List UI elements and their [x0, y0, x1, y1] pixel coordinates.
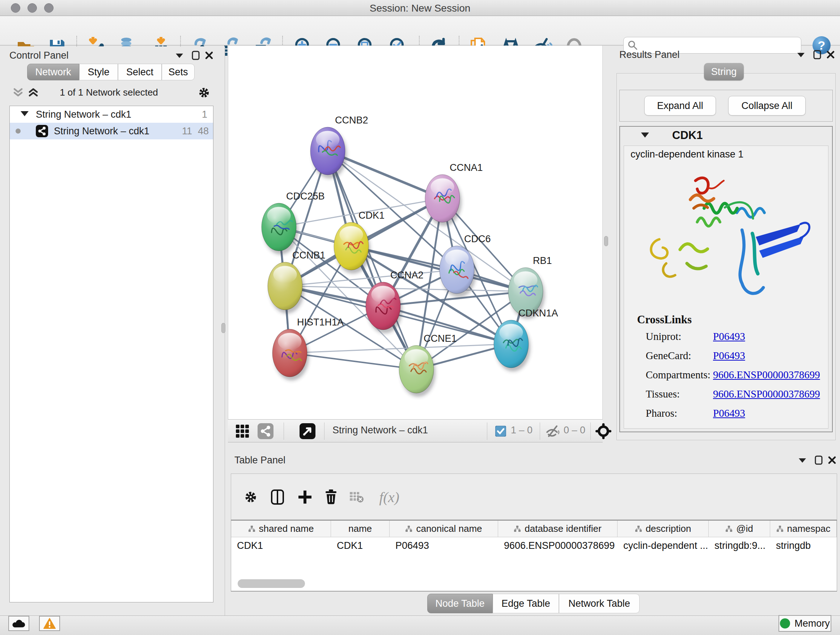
current-network-dot-icon — [16, 128, 21, 134]
node-label-RB1: RB1 — [533, 255, 552, 266]
table-cell[interactable]: stringdb — [770, 537, 837, 555]
undock-panel-icon[interactable] — [813, 50, 821, 59]
status-bar: Memory — [0, 616, 840, 635]
network-node-CDKN1A[interactable] — [494, 320, 529, 368]
network-node-HIST1H1A[interactable] — [272, 329, 307, 377]
collapse-all-button[interactable]: Collapse All — [728, 96, 806, 116]
tab-sets[interactable]: Sets — [162, 64, 195, 80]
network-collection-row[interactable]: String Network – cdk1 1 — [10, 106, 213, 123]
crosshair-target-icon[interactable] — [595, 423, 611, 439]
entry-description: cyclin-dependent kinase 1 — [630, 149, 744, 160]
column-header-shared-name[interactable]: shared name — [231, 521, 331, 537]
tab-select[interactable]: Select — [118, 64, 162, 80]
tab-network[interactable]: Network — [27, 64, 79, 80]
network-canvas[interactable]: CCNB2CCNA1CDC25BCDK1CDC6RB1CCNB1CCNA2CDK… — [228, 46, 603, 419]
delete-column-trash-icon[interactable] — [322, 488, 340, 506]
network-options-gear-icon[interactable] — [197, 86, 211, 100]
shared-column-icon — [405, 525, 412, 532]
table-cell[interactable]: stringdb:9... — [709, 537, 770, 555]
network-node-CCNA1[interactable] — [425, 174, 460, 222]
show-columns-icon[interactable] — [269, 488, 286, 506]
table-row[interactable]: CDK1CDK1P064939606.ENSP00000378699cyclin… — [231, 537, 837, 555]
column-header-label: canonical name — [416, 523, 482, 534]
undock-panel-icon[interactable] — [192, 51, 200, 60]
network-node-CCNA2[interactable] — [366, 282, 401, 330]
tab-string[interactable]: String — [704, 63, 744, 80]
column-header-database-identifier[interactable]: database identifier — [498, 521, 617, 537]
close-panel-icon[interactable] — [826, 50, 835, 59]
tab-network-table[interactable]: Network Table — [559, 594, 639, 613]
application-window: Session: New Session — [0, 0, 840, 635]
horizontal-scrollbar[interactable] — [238, 579, 305, 588]
node-label-CCNA1: CCNA1 — [450, 162, 483, 173]
create-column-plus-icon[interactable] — [296, 488, 314, 506]
tab-edge-table[interactable]: Edge Table — [493, 594, 559, 613]
network-node-CCNB1[interactable] — [268, 262, 302, 310]
node-label-HIST1H1A: HIST1H1A — [297, 317, 344, 328]
float-panel-icon[interactable] — [797, 52, 805, 58]
network-node-CDK1[interactable] — [334, 222, 369, 270]
vertical-splitter-handle[interactable] — [221, 323, 225, 333]
node-label-CDC25B: CDC25B — [286, 191, 325, 202]
tab-node-table[interactable]: Node Table — [427, 594, 493, 613]
crosslink-link[interactable]: P06493 — [713, 331, 745, 342]
collection-label: String Network – cdk1 — [36, 109, 131, 120]
float-panel-icon[interactable] — [175, 53, 184, 59]
undock-panel-icon[interactable] — [815, 455, 823, 465]
expand-all-button[interactable]: Expand All — [644, 96, 716, 116]
crosslink-row: GeneCard:P06493 — [646, 350, 824, 369]
entry-collapse-icon[interactable] — [641, 133, 649, 138]
crosslink-label: Tissues: — [646, 388, 680, 400]
birdseye-view-icon[interactable] — [300, 423, 316, 439]
close-panel-icon[interactable] — [828, 456, 836, 464]
grid-view-icon[interactable] — [234, 423, 250, 439]
collection-count: 1 — [202, 109, 207, 120]
column-header-description[interactable]: description — [617, 521, 709, 537]
vertical-splitter-handle[interactable] — [604, 236, 608, 246]
table-cell[interactable]: cyclin-dependent ... — [617, 537, 709, 555]
crosslink-row: Pharos:P06493 — [646, 407, 824, 426]
network-edge[interactable] — [285, 286, 526, 291]
crosslinks-list: Uniprot:P06493GeneCard:P06493Compartment… — [646, 331, 824, 426]
network-node-count: 11 — [182, 126, 192, 137]
table-cell[interactable]: 9606.ENSP00000378699 — [498, 537, 617, 555]
crosslink-link[interactable]: 9606.ENSP00000378699 — [713, 388, 820, 400]
network-node-CCNE1[interactable] — [399, 345, 434, 393]
tab-style[interactable]: Style — [79, 64, 118, 80]
cloud-button[interactable] — [8, 616, 29, 631]
node-label-CDC6: CDC6 — [464, 233, 491, 244]
network-node-CCNB2[interactable] — [310, 127, 345, 175]
table-cell[interactable]: CDK1 — [231, 537, 331, 555]
node-table: shared namenamecanonical namedatabase id… — [231, 520, 837, 592]
network-node-CDC25B[interactable] — [262, 203, 296, 251]
column-header-namespac[interactable]: namespac — [770, 521, 837, 537]
crosslink-link[interactable]: 9606.ENSP00000378699 — [713, 369, 820, 381]
warning-button[interactable] — [39, 616, 60, 631]
table-panel-title: Table Panel — [234, 455, 286, 466]
table-options-gear-icon[interactable] — [242, 488, 259, 506]
main-toolbar: ? — [0, 16, 840, 46]
column-header-label: description — [646, 523, 691, 534]
table-cell[interactable]: P06493 — [390, 537, 498, 555]
column-header-name[interactable]: name — [331, 521, 390, 537]
column-header-canonical-name[interactable]: canonical name — [390, 521, 498, 537]
column-header--id[interactable]: @id — [709, 521, 770, 537]
cdk1-entry: CDK1 cyclin-dependent kinase 1 — [619, 126, 833, 432]
network-view-icon[interactable] — [257, 423, 273, 439]
crosslink-link[interactable]: P06493 — [713, 350, 745, 362]
collection-expand-icon[interactable] — [21, 111, 28, 116]
table-cell[interactable]: CDK1 — [331, 537, 390, 555]
hidden-eye-slash-icon — [545, 423, 561, 439]
close-panel-icon[interactable] — [205, 51, 213, 60]
warning-icon — [43, 618, 56, 629]
memory-button[interactable]: Memory — [778, 615, 831, 632]
network-node-CDC6[interactable] — [439, 246, 474, 294]
table-panel: Table Panel f(x) shared namenamecanonica… — [225, 445, 840, 616]
selected-checkbox-icon[interactable] — [495, 423, 507, 439]
network-tree: String Network – cdk1 1 String Network –… — [9, 106, 213, 602]
crosslink-link[interactable]: P06493 — [713, 407, 745, 419]
network-row[interactable]: String Network – cdk1 11 48 — [10, 123, 213, 139]
network-edge[interactable] — [290, 344, 511, 353]
shared-column-icon — [514, 525, 521, 532]
float-panel-icon[interactable] — [798, 458, 807, 463]
